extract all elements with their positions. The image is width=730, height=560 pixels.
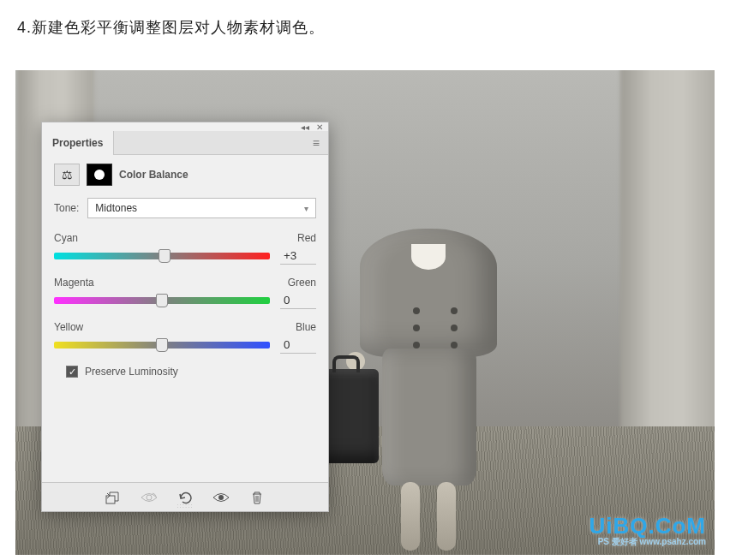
panel-resize-grip[interactable]: :::::: <box>177 502 193 509</box>
label-red: Red <box>297 232 316 244</box>
layer-mask-icon[interactable] <box>87 164 112 186</box>
panel-controls: ◂◂ ✕ <box>42 122 328 131</box>
preserve-luminosity-checkbox[interactable]: ✓ <box>66 366 78 378</box>
preserve-luminosity-label: Preserve Luminosity <box>85 366 178 378</box>
label-cyan: Cyan <box>54 232 78 244</box>
svg-rect-0 <box>106 496 115 503</box>
tone-label: Tone: <box>54 202 79 214</box>
bg-pillar-right <box>620 70 715 456</box>
tone-value: Midtones <box>95 202 137 214</box>
figure-jacket <box>360 229 497 357</box>
slider-thumb-yb[interactable] <box>156 338 168 352</box>
svg-point-2 <box>218 495 224 500</box>
delete-icon[interactable] <box>248 488 266 507</box>
slider-value-yb[interactable] <box>280 337 316 354</box>
tutorial-step-text: 4.新建色彩平衡调整图层对人物素材调色。 <box>0 0 730 63</box>
slider-cyan-red: Cyan Red <box>54 232 316 265</box>
figure-legs <box>401 482 456 551</box>
slider-track-cr[interactable] <box>54 253 270 259</box>
figure-headless-woman <box>351 211 506 554</box>
label-magenta: Magenta <box>54 277 94 289</box>
slider-value-mg[interactable] <box>280 292 316 309</box>
slider-magenta-green: Magenta Green <box>54 277 316 309</box>
close-icon[interactable]: ✕ <box>316 122 323 132</box>
slider-track-mg[interactable] <box>54 297 270 304</box>
label-blue: Blue <box>296 321 316 333</box>
figure-skirt <box>382 349 476 486</box>
slider-thumb-mg[interactable] <box>156 294 168 307</box>
label-yellow: Yellow <box>54 321 83 333</box>
tone-select[interactable]: Midtones ▾ <box>87 198 316 218</box>
panel-body: ⚖ Color Balance Tone: Midtones ▾ Cyan Re… <box>42 155 328 482</box>
tab-properties[interactable]: Properties <box>42 131 114 155</box>
adjustment-title: Color Balance <box>119 169 188 181</box>
collapse-icon[interactable]: ◂◂ <box>301 122 309 132</box>
label-green: Green <box>288 277 316 289</box>
image-canvas: ◂◂ ✕ Properties ≡ ⚖ Color Balance Tone: … <box>15 70 715 555</box>
slider-yellow-blue: Yellow Blue <box>54 321 316 354</box>
slider-track-yb[interactable] <box>54 342 270 349</box>
panel-menu-icon[interactable]: ≡ <box>309 136 323 150</box>
svg-point-1 <box>147 495 152 500</box>
slider-thumb-cr[interactable] <box>159 249 171 263</box>
panel-tabbar: Properties ≡ <box>42 131 328 155</box>
chevron-down-icon: ▾ <box>304 204 308 213</box>
color-balance-icon[interactable]: ⚖ <box>54 164 80 186</box>
slider-value-cr[interactable] <box>280 247 316 265</box>
clip-to-layer-icon[interactable] <box>104 488 123 507</box>
properties-panel: ◂◂ ✕ Properties ≡ ⚖ Color Balance Tone: … <box>41 122 329 512</box>
visibility-icon[interactable] <box>212 488 230 507</box>
view-previous-icon[interactable] <box>140 488 159 507</box>
figure-jacket-buttons <box>410 304 461 355</box>
